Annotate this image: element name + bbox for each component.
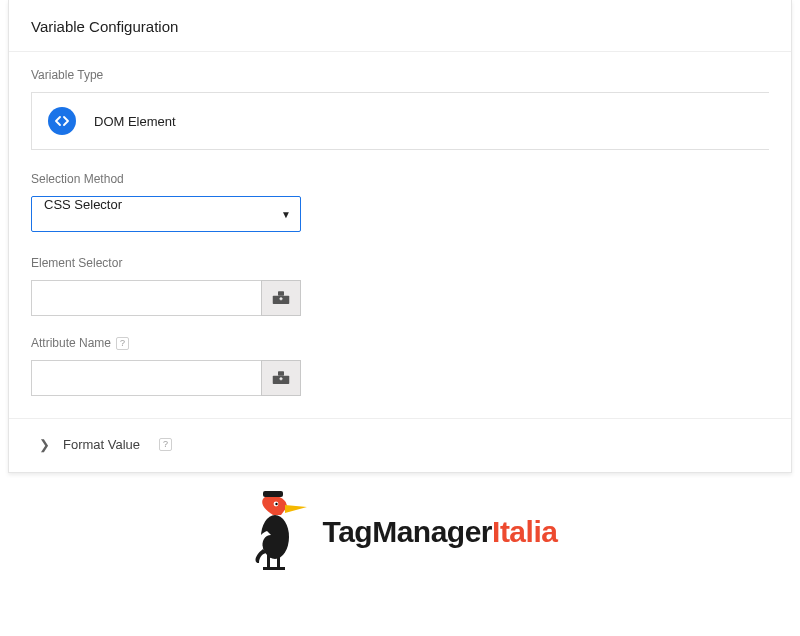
element-selector-input[interactable]	[31, 280, 261, 316]
brick-icon	[272, 371, 290, 385]
bird-icon	[243, 491, 315, 573]
element-selector-section: Element Selector	[9, 240, 791, 316]
variable-config-panel: Variable Configuration Variable Type DOM…	[8, 0, 792, 473]
attribute-name-section: Attribute Name?	[9, 320, 791, 396]
element-selector-label: Element Selector	[31, 256, 769, 270]
logo-text: TagManagerItalia	[323, 515, 558, 549]
code-icon	[48, 107, 76, 135]
svg-rect-14	[267, 555, 270, 569]
format-value-label: Format Value	[63, 437, 140, 452]
svg-rect-15	[277, 555, 280, 569]
svg-rect-1	[278, 291, 284, 296]
selection-method-label: Selection Method	[31, 172, 769, 186]
variable-type-card[interactable]: DOM Element	[31, 92, 769, 150]
svg-rect-10	[270, 491, 276, 493]
svg-marker-11	[285, 505, 307, 513]
format-value-toggle[interactable]: ❯ Format Value ?	[9, 419, 791, 472]
variable-type-section: Variable Type DOM Element	[9, 52, 791, 150]
chevron-right-icon: ❯	[39, 437, 49, 452]
panel-title: Variable Configuration	[9, 0, 791, 52]
variable-type-name: DOM Element	[94, 114, 176, 129]
svg-point-13	[275, 503, 277, 505]
logo: TagManagerItalia	[0, 473, 800, 577]
variable-type-label: Variable Type	[31, 68, 769, 82]
help-icon[interactable]: ?	[159, 438, 172, 451]
selection-method-select[interactable]: CSS Selector	[31, 196, 301, 232]
attribute-name-label: Attribute Name?	[31, 336, 769, 350]
element-selector-variable-button[interactable]	[261, 280, 301, 316]
svg-rect-7	[280, 378, 282, 381]
svg-rect-17	[273, 567, 285, 570]
attribute-name-variable-button[interactable]	[261, 360, 301, 396]
brick-icon	[272, 291, 290, 305]
selection-method-section: Selection Method CSS Selector ▼	[9, 156, 791, 232]
help-icon[interactable]: ?	[116, 337, 129, 350]
svg-rect-3	[280, 297, 282, 300]
svg-rect-5	[278, 372, 284, 377]
attribute-name-input[interactable]	[31, 360, 261, 396]
